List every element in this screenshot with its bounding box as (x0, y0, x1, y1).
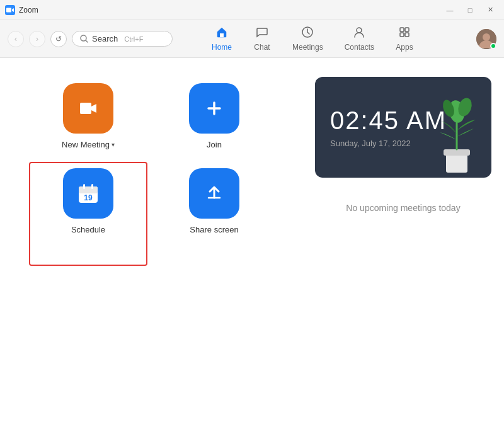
home-icon (215, 26, 228, 42)
svg-rect-8 (400, 33, 404, 37)
search-bar[interactable]: Search Ctrl+F (72, 31, 173, 47)
schedule-wrapper: 19 Schedule (38, 168, 139, 234)
action-item-join[interactable]: Join (164, 83, 265, 149)
share-screen-icon (202, 181, 226, 205)
video-camera-icon (76, 96, 100, 120)
tab-home[interactable]: Home (202, 23, 242, 54)
tab-meetings[interactable]: Meetings (282, 23, 333, 54)
svg-point-11 (483, 33, 490, 41)
main-content: New Meeting ▾ Join (0, 58, 504, 441)
tab-contacts-label: Contacts (345, 43, 374, 52)
avatar-area (476, 29, 496, 49)
tab-apps-label: Apps (396, 43, 413, 52)
search-icon (80, 35, 88, 43)
schedule-label: Schedule (71, 225, 105, 234)
new-meeting-label: New Meeting ▾ (62, 140, 115, 149)
svg-rect-16 (91, 184, 93, 189)
chat-icon (256, 26, 268, 42)
maximize-button[interactable]: □ (461, 4, 479, 16)
tab-chat[interactable]: Chat (243, 23, 281, 54)
join-button[interactable] (189, 83, 239, 134)
svg-rect-9 (405, 33, 409, 37)
no-meetings-text: No upcoming meetings today (346, 203, 460, 213)
right-panel: 02:45 AM Sunday, July 17, 2022 (302, 58, 504, 441)
action-grid: New Meeting ▾ Join (38, 83, 265, 234)
search-shortcut: Ctrl+F (124, 35, 143, 43)
plant-icon (428, 89, 485, 178)
nav-tabs: Home Chat Meetings (202, 23, 423, 54)
tab-contacts[interactable]: Contacts (335, 23, 384, 54)
zoom-logo-icon (5, 5, 15, 15)
meetings-section: No upcoming meetings today (315, 190, 491, 226)
dropdown-arrow-icon: ▾ (112, 141, 115, 148)
tab-apps[interactable]: Apps (386, 23, 423, 54)
svg-rect-15 (83, 184, 85, 189)
plus-icon (202, 96, 226, 120)
toolbar: ‹ › ↺ Search Ctrl+F Home (0, 20, 504, 58)
new-meeting-button[interactable] (63, 83, 113, 134)
title-bar-left: Zoom (5, 5, 38, 15)
join-label: Join (207, 140, 222, 149)
action-item-share-screen[interactable]: Share screen (164, 168, 265, 234)
avatar-online-badge (490, 43, 496, 49)
svg-rect-3 (220, 33, 224, 37)
forward-button[interactable]: › (29, 31, 45, 47)
svg-rect-14 (79, 186, 98, 193)
calendar-icon: 19 (75, 180, 101, 207)
clock-card: 02:45 AM Sunday, July 17, 2022 (315, 77, 491, 178)
title-bar-controls: — □ ✕ (441, 4, 499, 16)
tab-chat-label: Chat (254, 43, 270, 52)
tab-meetings-label: Meetings (292, 43, 323, 52)
action-item-new-meeting[interactable]: New Meeting ▾ (38, 83, 139, 149)
app-title: Zoom (19, 6, 38, 14)
minimize-button[interactable]: — (441, 4, 459, 16)
close-button[interactable]: ✕ (481, 4, 499, 16)
action-item-schedule[interactable]: 19 Schedule (38, 168, 139, 234)
svg-point-5 (357, 28, 362, 33)
svg-text:19: 19 (84, 193, 93, 202)
schedule-button[interactable]: 19 (63, 168, 113, 219)
tab-home-label: Home (212, 43, 232, 52)
refresh-button[interactable]: ↺ (50, 31, 67, 47)
search-label: Search (92, 34, 118, 43)
share-screen-label: Share screen (190, 225, 238, 234)
svg-line-2 (86, 40, 88, 42)
svg-rect-6 (400, 28, 404, 32)
left-panel: New Meeting ▾ Join (0, 58, 302, 441)
share-screen-button[interactable] (189, 168, 239, 219)
apps-icon (398, 26, 411, 42)
back-button[interactable]: ‹ (8, 31, 24, 47)
svg-rect-7 (405, 28, 409, 32)
meetings-icon (301, 26, 314, 42)
plant-decoration (422, 77, 485, 178)
contacts-icon (353, 26, 365, 42)
title-bar: Zoom — □ ✕ (0, 0, 504, 20)
